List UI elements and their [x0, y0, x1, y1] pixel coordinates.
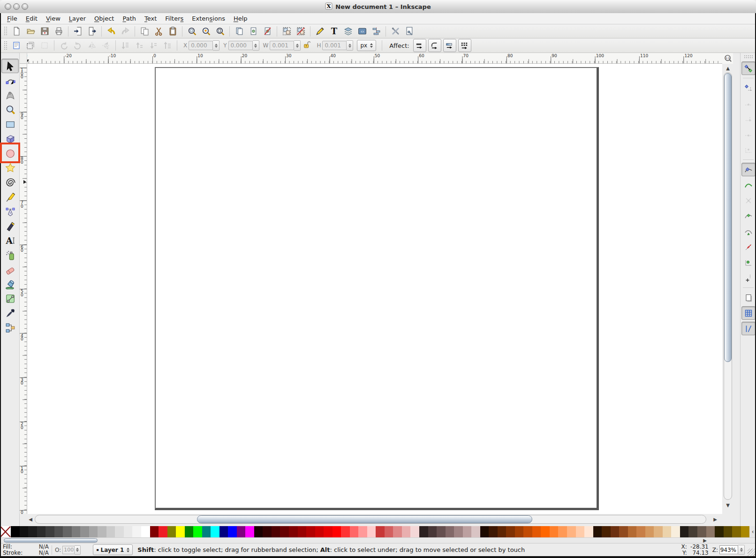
- color-swatch[interactable]: [393, 526, 402, 537]
- color-swatch[interactable]: [341, 526, 350, 537]
- color-swatch[interactable]: [480, 526, 489, 537]
- color-swatch[interactable]: [237, 526, 246, 537]
- color-swatch[interactable]: [628, 526, 637, 537]
- color-swatch[interactable]: [54, 526, 63, 537]
- snap-path-intersections-toggle[interactable]: [741, 194, 756, 207]
- raise-button[interactable]: [133, 39, 146, 52]
- menu-extensions[interactable]: Extensions: [188, 14, 229, 23]
- node-editor-tool[interactable]: [1, 73, 19, 88]
- palette-scroll-right-arrow[interactable]: ▶: [702, 538, 708, 543]
- spray-tool[interactable]: [1, 248, 19, 262]
- color-swatch[interactable]: [602, 526, 611, 537]
- zoom-tool[interactable]: [1, 102, 19, 117]
- color-swatch[interactable]: [272, 526, 280, 537]
- snap-line-midpoints-toggle[interactable]: [741, 240, 756, 254]
- color-swatch[interactable]: [410, 526, 419, 537]
- color-swatch[interactable]: [298, 526, 307, 537]
- ungroup-button[interactable]: [294, 25, 307, 38]
- lock-ratio-icon[interactable]: [302, 40, 311, 51]
- layers-dialog-button[interactable]: [341, 25, 355, 38]
- color-swatch[interactable]: [89, 526, 98, 537]
- w-field-spinner[interactable]: [294, 40, 301, 51]
- color-swatch[interactable]: [367, 526, 376, 537]
- color-swatch[interactable]: [636, 526, 645, 537]
- color-swatch[interactable]: [11, 526, 20, 537]
- color-swatch[interactable]: [706, 526, 715, 537]
- horizontal-scrollbar-thumb[interactable]: [197, 515, 532, 523]
- window-resize-grip[interactable]: [748, 549, 755, 556]
- color-swatch[interactable]: [358, 526, 367, 537]
- color-swatch[interactable]: [515, 526, 524, 537]
- color-swatch[interactable]: [150, 526, 159, 537]
- color-swatch[interactable]: [280, 526, 289, 537]
- color-swatch[interactable]: [176, 526, 185, 537]
- scroll-right-arrow[interactable]: ▶: [712, 516, 718, 522]
- eraser-tool[interactable]: [1, 262, 19, 277]
- color-swatch[interactable]: [437, 526, 446, 537]
- color-swatch[interactable]: [471, 526, 480, 537]
- color-swatch[interactable]: [576, 526, 585, 537]
- pencil-tool[interactable]: [1, 189, 19, 204]
- color-swatch[interactable]: [654, 526, 663, 537]
- snap-smooth-nodes-toggle[interactable]: [741, 225, 756, 238]
- color-swatch[interactable]: [506, 526, 515, 537]
- color-swatch[interactable]: [498, 526, 507, 537]
- color-swatch[interactable]: [688, 526, 697, 537]
- menu-view[interactable]: View: [42, 14, 65, 23]
- menu-file[interactable]: File: [3, 14, 22, 23]
- color-swatch[interactable]: [202, 526, 211, 537]
- color-swatch[interactable]: [132, 526, 141, 537]
- color-swatch[interactable]: [159, 526, 167, 537]
- spiral-tool[interactable]: [1, 175, 19, 189]
- color-swatch[interactable]: [376, 526, 385, 537]
- color-swatch[interactable]: [219, 526, 228, 537]
- clone-button[interactable]: [247, 25, 260, 38]
- print-button[interactable]: [52, 25, 65, 38]
- snap-bbox-edge-midpoints-toggle[interactable]: [741, 128, 756, 141]
- color-swatch[interactable]: [106, 526, 115, 537]
- canvas[interactable]: [27, 64, 722, 514]
- color-swatch[interactable]: [28, 526, 37, 537]
- scroll-left-arrow[interactable]: ◀: [27, 516, 34, 522]
- toolbar-grip[interactable]: [4, 41, 8, 51]
- new-document-button[interactable]: [10, 25, 23, 38]
- color-swatch[interactable]: [671, 526, 680, 537]
- document-page[interactable]: [155, 67, 599, 510]
- color-swatch[interactable]: [115, 526, 124, 537]
- preferences-button[interactable]: [389, 25, 402, 38]
- close-button[interactable]: [5, 3, 11, 10]
- zoom-level-field[interactable]: 943%: [719, 545, 738, 554]
- color-swatch[interactable]: [593, 526, 602, 537]
- swatch-no-color[interactable]: [0, 526, 11, 537]
- color-swatch[interactable]: [350, 526, 359, 537]
- opacity-spinner[interactable]: [75, 545, 81, 555]
- xml-editor-button[interactable]: ‹›: [355, 25, 369, 38]
- snap-page-border-toggle[interactable]: [741, 291, 756, 304]
- color-swatch[interactable]: [263, 526, 272, 537]
- color-swatch[interactable]: [20, 526, 29, 537]
- align-distribute-button[interactable]: [370, 25, 383, 38]
- color-swatch[interactable]: [333, 526, 341, 537]
- color-swatch[interactable]: [37, 526, 46, 537]
- tweak-tool[interactable]: [1, 88, 19, 102]
- color-swatch[interactable]: [428, 526, 437, 537]
- menu-object[interactable]: Object: [90, 14, 118, 23]
- text-dialog-button[interactable]: T: [327, 25, 340, 38]
- snap-cusp-nodes-toggle[interactable]: [741, 209, 756, 223]
- unlink-clone-button[interactable]: [261, 25, 274, 38]
- import-button[interactable]: [71, 25, 84, 38]
- vertical-scrollbar-thumb[interactable]: [724, 73, 732, 362]
- horizontal-scrollbar[interactable]: ◀ ▶: [27, 514, 722, 525]
- zoom-page-button[interactable]: [213, 25, 227, 38]
- affect-stroke-scale-toggle[interactable]: [413, 39, 426, 52]
- select-all-layers-button[interactable]: [24, 39, 37, 52]
- color-swatch[interactable]: [446, 526, 454, 537]
- h-field-spinner[interactable]: [347, 40, 353, 51]
- color-swatch[interactable]: [315, 526, 324, 537]
- duplicate-button[interactable]: [233, 25, 246, 38]
- gradient-tool[interactable]: [1, 291, 19, 306]
- x-field-spinner[interactable]: [213, 40, 219, 51]
- color-swatch[interactable]: [72, 526, 81, 537]
- color-swatch[interactable]: [550, 526, 559, 537]
- snap-bbox-edges-toggle[interactable]: [741, 97, 756, 110]
